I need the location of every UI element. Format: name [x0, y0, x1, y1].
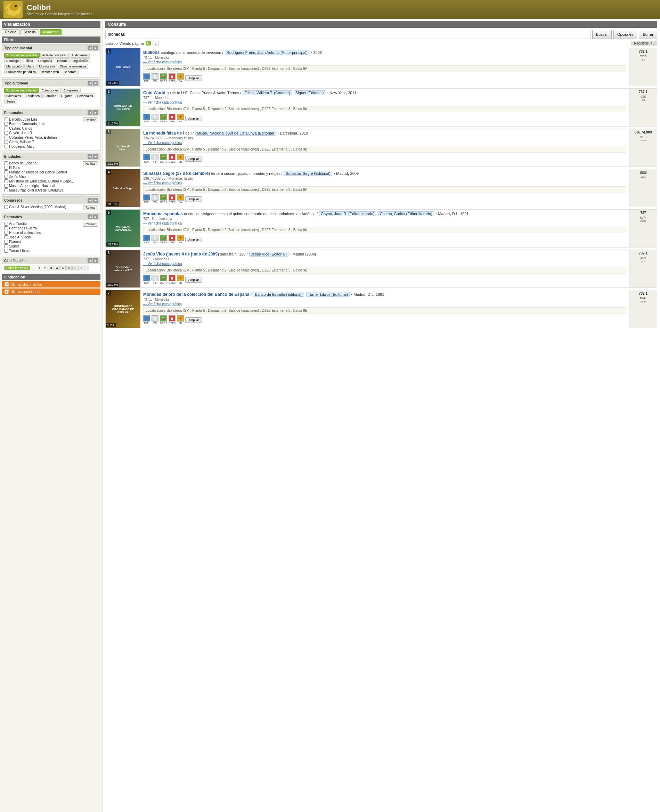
- type-manuscrito[interactable]: Manuscrito: [4, 64, 24, 69]
- auth-lugares[interactable]: Lugares: [59, 94, 75, 98]
- ampliar-5[interactable]: Ampliar: [185, 237, 202, 242]
- ver-ficha-5[interactable]: — Ver ficha catalográfica: [143, 221, 626, 225]
- class-0[interactable]: 0: [31, 266, 36, 270]
- result-main-title-7[interactable]: Monedas de oro de la colección del Banco…: [143, 292, 252, 297]
- ver-ficha-6[interactable]: — Ver ficha catalográfica: [143, 262, 626, 266]
- class-4[interactable]: 4: [55, 266, 60, 270]
- result-editorial-tag-2[interactable]: Signet (Editorial): [294, 90, 325, 95]
- vis-galeria-button[interactable]: Galería: [2, 29, 19, 35]
- auth-familias[interactable]: Familias: [43, 94, 59, 98]
- class-5[interactable]: 5: [60, 266, 66, 270]
- personal-check-4[interactable]: [4, 136, 8, 140]
- type-catalogo[interactable]: Catálogo: [4, 59, 21, 63]
- entidad-check-4[interactable]: [4, 179, 8, 183]
- result-author-tag-3[interactable]: Museu Nacional d'Art de Catalunya (Edito…: [195, 131, 276, 136]
- entidad-check-1[interactable]: [4, 166, 8, 170]
- auth-todas[interactable]: Todas las autoridades: [4, 88, 39, 93]
- result-main-title-2[interactable]: Coin World: [143, 90, 165, 95]
- personal-check-6[interactable]: [4, 144, 8, 148]
- ampliar-7[interactable]: Ampliar: [185, 317, 202, 323]
- personal-check-2[interactable]: [4, 127, 8, 130]
- ampliar-4[interactable]: Ampliar: [185, 197, 202, 202]
- auth-congresos[interactable]: Congresos: [62, 88, 81, 93]
- type-informe[interactable]: Informe: [55, 59, 70, 63]
- personal-check-5[interactable]: [4, 140, 8, 144]
- editorial-check-0[interactable]: [4, 222, 8, 225]
- auth-personales[interactable]: Personales: [75, 94, 95, 98]
- result-author-tag-5[interactable]: Cayón, Juan R. (Editor literario): [319, 211, 376, 216]
- ampliar-2[interactable]: Ampliar: [185, 116, 202, 121]
- type-folleto[interactable]: Folleto: [22, 59, 35, 63]
- opciones-button[interactable]: Opciones: [614, 30, 637, 39]
- clasificacion-next[interactable]: ▶: [93, 258, 98, 263]
- result-editorial2-tag-7[interactable]: Turner Libros (Editorial): [306, 292, 350, 297]
- type-mapa[interactable]: Mapa: [24, 64, 36, 69]
- entidad-check-0[interactable]: [4, 161, 8, 165]
- vis-avanzada-button[interactable]: Avanzada: [40, 29, 62, 35]
- entidad-check-3[interactable]: [4, 175, 8, 179]
- editorial-check-1[interactable]: [4, 226, 8, 230]
- editorial-check-5[interactable]: [4, 244, 8, 248]
- ver-ficha-3[interactable]: — Ver ficha catalográfica: [143, 141, 626, 144]
- ver-ficha-4[interactable]: — Ver ficha catalográfica: [143, 181, 626, 185]
- congreso-check-0[interactable]: [4, 205, 8, 209]
- ultimas-autoridades-button[interactable]: RSS Últimas autoridades: [2, 289, 100, 295]
- class-all[interactable]: Todas las tablas: [4, 266, 30, 270]
- type-recurso[interactable]: Recurso web: [38, 70, 61, 75]
- entidad-check-6[interactable]: [4, 189, 8, 192]
- buscar-button[interactable]: Buscar: [592, 30, 612, 39]
- type-fotografia[interactable]: Fotografía: [36, 59, 54, 63]
- editorial-check-6[interactable]: [4, 249, 8, 253]
- class-8[interactable]: 8: [78, 266, 83, 270]
- editorial-check-2[interactable]: [4, 231, 8, 235]
- auth-colecciones[interactable]: Colecciones: [40, 88, 61, 93]
- type-todos[interactable]: Todos los documentos: [4, 53, 40, 58]
- personal-check-0[interactable]: [4, 117, 8, 121]
- personales-refinar[interactable]: Refinar: [83, 117, 98, 122]
- result-main-title-4[interactable]: Subastas Segre (17 de diciembre): [143, 171, 210, 176]
- ultimos-documentos-button[interactable]: RSS Últimos documentos: [2, 281, 100, 287]
- editorial-check-3[interactable]: [4, 235, 8, 239]
- class-1[interactable]: 1: [37, 266, 42, 270]
- ver-ficha-2[interactable]: — Ver ficha catalográfica: [143, 100, 626, 104]
- result-author2-tag-5[interactable]: Castán, Carlos (Editor literario): [378, 211, 434, 216]
- result-main-title-3[interactable]: La moneda falsa de l: [143, 131, 184, 136]
- class-9[interactable]: 9: [84, 266, 89, 270]
- tipo-documental-prev[interactable]: ◀: [87, 46, 92, 51]
- next-page-button[interactable]: 1: [152, 41, 159, 46]
- result-author-tag-6[interactable]: Jesús Vico (Editorial): [249, 252, 289, 257]
- entidad-check-5[interactable]: [4, 184, 8, 188]
- tipo-autoridad-prev[interactable]: ◀: [87, 81, 92, 86]
- ampliar-1[interactable]: Ampliar: [185, 75, 202, 81]
- result-author-tag-7[interactable]: Banco de España (Editorial): [253, 292, 304, 297]
- type-obra-ref[interactable]: Obra de referencia: [58, 64, 88, 69]
- auth-series[interactable]: Series: [4, 99, 17, 104]
- search-input[interactable]: [105, 30, 590, 39]
- result-author-tag-1[interactable]: Rodríguez Freire, Juan Antonio (Autor pr…: [225, 50, 309, 55]
- result-main-title-5[interactable]: Monedas españolas: [143, 211, 183, 216]
- ver-ficha-7[interactable]: — Ver ficha catalográfica: [143, 302, 626, 306]
- result-main-title-6[interactable]: Jesús Vico (jueves 4 de junio de 2009): [143, 252, 219, 257]
- entidad-check-2[interactable]: [4, 170, 8, 174]
- class-2[interactable]: 2: [43, 266, 48, 270]
- editoriales-next[interactable]: ▶: [93, 214, 98, 219]
- editoriales-refinar[interactable]: Refinar: [83, 222, 98, 227]
- class-6[interactable]: 6: [67, 266, 71, 270]
- type-monografia[interactable]: Monografía: [37, 64, 57, 69]
- congresos-next[interactable]: ▶: [93, 198, 98, 203]
- type-audiovisual[interactable]: Audiovisual: [70, 53, 90, 58]
- ver-ficha-1[interactable]: — Ver ficha catalográfica: [143, 60, 626, 64]
- borrar-button[interactable]: Borrar: [639, 30, 657, 39]
- auth-entidades[interactable]: Entidades: [24, 94, 42, 98]
- tipo-autoridad-next[interactable]: ▶: [93, 81, 98, 86]
- editorial-check-4[interactable]: [4, 240, 8, 244]
- auth-editoriales[interactable]: Editoriales: [4, 94, 23, 98]
- type-legislacion[interactable]: Legislación: [71, 59, 90, 63]
- type-acta[interactable]: Acta de congreso: [40, 53, 69, 58]
- result-author-tag-4[interactable]: Subastas Segre (Editorial): [284, 171, 332, 176]
- entidades-next[interactable]: ▶: [93, 154, 98, 159]
- type-separata[interactable]: Separata: [62, 70, 79, 75]
- editoriales-prev[interactable]: ◀: [87, 214, 92, 219]
- class-3[interactable]: 3: [49, 266, 54, 270]
- ampliar-6[interactable]: Ampliar: [185, 277, 202, 282]
